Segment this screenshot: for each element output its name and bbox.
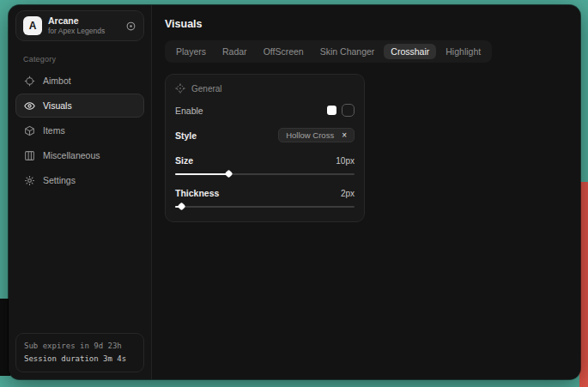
sidebar-item-label: Settings (43, 175, 76, 185)
size-slider[interactable] (175, 170, 355, 178)
slider-fill (175, 173, 229, 176)
tab-radar[interactable]: Radar (215, 44, 254, 59)
sidebar-item-label: Visuals (43, 100, 72, 111)
enable-label: Enable (175, 106, 203, 116)
thickness-slider[interactable] (175, 203, 355, 210)
category-label: Category (23, 55, 144, 63)
slider-fill (175, 206, 182, 209)
sidebar-nav: Aimbot Visuals Items (15, 69, 144, 192)
tab-highlight[interactable]: Highlight (439, 44, 488, 59)
style-value: Hollow Cross (286, 130, 334, 140)
eye-icon (24, 100, 35, 112)
panel-header: General (175, 83, 355, 94)
sidebar-item-aimbot[interactable]: Aimbot (15, 69, 144, 93)
enable-checkbox[interactable] (342, 104, 355, 117)
sidebar-item-items[interactable]: Items (15, 118, 144, 142)
page-title: Visuals (165, 18, 580, 30)
app-name: Arcane (48, 15, 105, 27)
tab-players[interactable]: Players (169, 44, 213, 59)
sub-expires-text: Sub expires in 9d 23h (24, 340, 136, 353)
tab-bar: Players Radar OffScreen Skin Changer Cro… (165, 40, 492, 63)
thickness-label: Thickness (175, 188, 219, 198)
sidebar-item-visuals[interactable]: Visuals (15, 94, 144, 118)
tab-skin-changer[interactable]: Skin Changer (313, 44, 382, 59)
slider-track (175, 206, 355, 209)
sidebar-item-settings[interactable]: Settings (15, 168, 144, 192)
subscription-info-card: Sub expires in 9d 23h Session duration 3… (15, 333, 144, 372)
style-label: Style (175, 130, 197, 141)
sidebar-item-label: Aimbot (43, 76, 71, 86)
enable-controls (327, 104, 355, 117)
sidebar-item-label: Miscellaneous (43, 150, 100, 160)
slider-thumb[interactable] (224, 170, 233, 178)
general-panel: General Enable Style Hollow Cross × Size… (165, 74, 365, 222)
thickness-value: 2px (341, 189, 355, 198)
app-subtitle: for Apex Legends (48, 27, 105, 36)
slider-thumb[interactable] (178, 203, 186, 211)
main-content: Visuals Players Radar OffScreen Skin Cha… (152, 5, 580, 379)
size-value: 10px (336, 156, 355, 166)
size-label: Size (175, 155, 193, 166)
app-logo: A (23, 16, 42, 35)
scan-crosshair-icon (175, 83, 185, 94)
gear-icon (24, 175, 35, 186)
session-duration-text: Session duration 3m 4s (24, 353, 136, 366)
tab-offscreen[interactable]: OffScreen (257, 44, 311, 59)
target-icon[interactable] (125, 21, 136, 32)
app-header-card: A Arcane for Apex Legends (15, 10, 144, 41)
tab-crosshair[interactable]: Crosshair (384, 44, 436, 59)
box-icon (24, 125, 35, 136)
sidebar-item-miscellaneous[interactable]: Miscellaneous (15, 143, 144, 167)
columns-icon (24, 150, 35, 161)
size-row: Size 10px (175, 155, 355, 166)
style-select[interactable]: Hollow Cross × (278, 128, 355, 142)
crosshair-icon (24, 76, 35, 87)
app-title-block: Arcane for Apex Legends (48, 15, 105, 36)
style-row: Style Hollow Cross × (175, 128, 355, 142)
backdrop-red-region (579, 182, 588, 387)
thickness-row: Thickness 2px (175, 188, 355, 198)
remove-style-icon[interactable]: × (342, 130, 347, 140)
sidebar: A Arcane for Apex Legends Category Aimbo… (9, 5, 152, 379)
enable-row: Enable (175, 104, 355, 117)
sidebar-item-label: Items (43, 125, 65, 136)
enable-color-swatch[interactable] (327, 106, 336, 115)
panel-title: General (191, 84, 222, 94)
app-window: A Arcane for Apex Legends Category Aimbo… (9, 5, 580, 379)
